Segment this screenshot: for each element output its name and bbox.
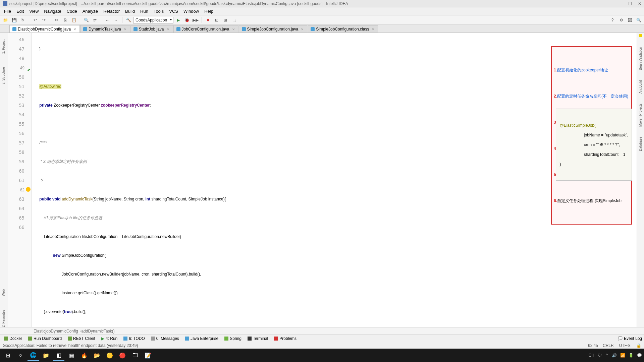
help-button[interactable]: ? (608, 16, 616, 24)
tool-beanvalidation[interactable]: Bean Validation (639, 47, 642, 70)
tray-chevron-icon[interactable]: ⌃ (605, 353, 608, 358)
stop-button[interactable]: ■ (204, 16, 212, 24)
tab-close-icon[interactable]: ✕ (167, 27, 169, 31)
network-icon[interactable]: 📶 (620, 353, 625, 358)
save-button[interactable]: 💾 (10, 16, 18, 24)
tray-icon[interactable]: 🛡 (598, 353, 602, 358)
copy-button[interactable]: ⎘ (61, 16, 69, 24)
tool-todo[interactable]: 6: TODO (121, 336, 147, 341)
tool-database[interactable]: Database (639, 137, 642, 151)
run-button[interactable]: ▶ (174, 16, 182, 24)
menu-run[interactable]: Run (138, 8, 151, 14)
menu-window[interactable]: Window (181, 8, 202, 14)
menu-navigate[interactable]: Navigate (41, 8, 64, 14)
tab-dynamictask[interactable]: DynamicTask.java✕ (80, 25, 130, 33)
structure-button[interactable]: ⬚ (230, 16, 238, 24)
minimize-icon[interactable]: — (618, 1, 622, 6)
tool-maven[interactable]: Maven Projects (639, 104, 642, 127)
tool-run[interactable]: ▶4: Run (99, 336, 119, 341)
event-log-button[interactable]: 💬 Event Log (618, 336, 642, 341)
open-button[interactable]: 📁 (1, 16, 9, 24)
context-icon[interactable]: 🔒 (636, 343, 641, 348)
app-icon[interactable]: 🟡 (104, 350, 115, 361)
replace-button[interactable]: ⇄ (91, 16, 99, 24)
redo-button[interactable]: ↷ (40, 16, 48, 24)
cut-button[interactable]: ✂ (52, 16, 60, 24)
attach-button[interactable]: ⊡ (213, 16, 221, 24)
find-button[interactable]: 🔍 (82, 16, 90, 24)
paste-button[interactable]: 📋 (70, 16, 78, 24)
breadcrumb-item[interactable]: ElasticjobDynamicConfig (34, 329, 78, 334)
warning-marker[interactable] (639, 34, 642, 37)
tab-close-icon[interactable]: ✕ (124, 27, 126, 31)
build-button[interactable]: 🔨 (124, 16, 132, 24)
app-icon[interactable]: 📝 (142, 350, 154, 361)
app-icon[interactable]: 📂 (91, 350, 103, 361)
code-content[interactable]: } @Autowired private ZookeeperRegistryCe… (32, 33, 637, 327)
search-button[interactable]: 🔍 (635, 16, 643, 24)
menu-file[interactable]: File (1, 8, 14, 14)
debug-button[interactable]: 🐞 (183, 16, 191, 24)
tab-close-icon[interactable]: ✕ (232, 27, 235, 31)
bulb-icon[interactable] (26, 187, 31, 192)
menu-build[interactable]: Build (122, 8, 138, 14)
menu-view[interactable]: View (26, 8, 41, 14)
note-link[interactable]: 配置初始化的zookeeper地址 (557, 68, 608, 72)
tab-jobcore[interactable]: JobCoreConfiguration.java✕ (173, 25, 238, 33)
battery-icon[interactable]: 🔋 (629, 353, 634, 358)
intellij-icon[interactable]: ◧ (53, 350, 64, 361)
tab-simplejob-class[interactable]: SimpleJobConfiguration.class✕ (308, 25, 378, 33)
project-structure-button[interactable]: ⚙ (617, 16, 625, 24)
profile-button[interactable]: ⊞ (221, 16, 229, 24)
tool-terminal[interactable]: Terminal (246, 336, 270, 341)
tool-javaee[interactable]: Java Enterprise (183, 336, 220, 341)
impl-icon[interactable]: ⬈ (26, 65, 31, 70)
close-icon[interactable]: ✕ (638, 1, 641, 6)
tab-simplejob-java[interactable]: SimpleJobConfiguration.java✕ (239, 25, 308, 33)
undo-button[interactable]: ↶ (31, 16, 39, 24)
tool-structure[interactable]: 7: Structure (2, 67, 5, 84)
volume-icon[interactable]: 🔊 (612, 353, 617, 358)
app-icon[interactable]: ▦ (66, 350, 77, 361)
tab-staticjob[interactable]: StaticJob.java✕ (130, 25, 173, 33)
maximize-icon[interactable]: ☐ (628, 1, 632, 6)
explorer-icon[interactable]: 📁 (40, 350, 52, 361)
tool-antbuild[interactable]: Ant Build (639, 80, 642, 94)
tool-web[interactable]: Web (2, 289, 5, 296)
menu-analyze[interactable]: Analyze (80, 8, 101, 14)
breadcrumb-item[interactable]: addDynamicTask() (81, 329, 114, 334)
tool-rest[interactable]: REST Client (66, 336, 97, 341)
tab-elasticjob[interactable]: ElasticjobDynamicConfig.java✕ (9, 25, 80, 33)
tab-close-icon[interactable]: ✕ (372, 27, 374, 31)
coverage-button[interactable]: ▶▶ (192, 16, 200, 24)
menu-tools[interactable]: Tools (151, 8, 166, 14)
notifications-icon[interactable]: 💬 (637, 353, 642, 358)
forward-button[interactable]: → (112, 16, 120, 24)
caret-position[interactable]: 62:45 (588, 343, 598, 348)
tool-favorites[interactable]: 2: Favorites (2, 310, 5, 327)
app-icon[interactable]: 🔴 (117, 350, 128, 361)
tool-messages[interactable]: 0: Messages (149, 336, 181, 341)
tool-problems[interactable]: Problems (272, 336, 299, 341)
tool-spring[interactable]: Spring (222, 336, 244, 341)
editor[interactable]: 46 47 48 49⬈ 50 51 52 53 54 55 56 57 58 … (7, 33, 637, 327)
menu-edit[interactable]: Edit (14, 8, 26, 14)
settings-button[interactable]: 🖼 (626, 16, 634, 24)
chrome-icon[interactable]: 🌐 (28, 350, 39, 361)
tool-project[interactable]: 1: Project (2, 40, 5, 54)
menu-code[interactable]: Code (64, 8, 80, 14)
start-button[interactable]: ⊞ (2, 350, 13, 361)
sync-button[interactable]: ↻ (19, 16, 27, 24)
search-button[interactable]: ○ (15, 350, 26, 361)
note-link[interactable]: 配置的定时任务命名空间(不一定会使用) (557, 94, 628, 99)
app-icon[interactable]: 🗔 (129, 350, 141, 361)
menu-refactor[interactable]: Refactor (101, 8, 122, 14)
back-button[interactable]: ← (103, 16, 111, 24)
ime-indicator[interactable]: CH (589, 353, 594, 358)
tool-docker[interactable]: Docker (2, 336, 24, 341)
tab-close-icon[interactable]: ✕ (73, 27, 76, 31)
tool-rundash[interactable]: Run Dashboard (26, 336, 64, 341)
line-ending[interactable]: CRLF: (603, 343, 614, 348)
menu-help[interactable]: Help (202, 8, 216, 14)
tab-close-icon[interactable]: ✕ (301, 27, 304, 31)
